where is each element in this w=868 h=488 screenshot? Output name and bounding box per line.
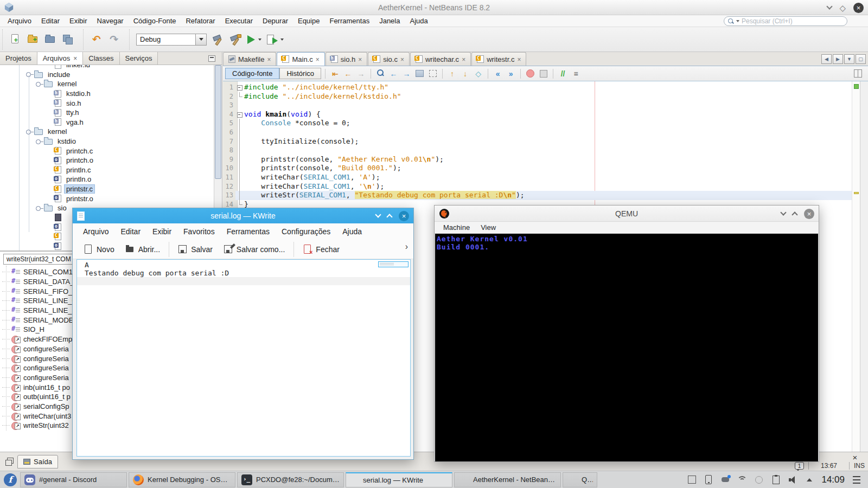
open-project-button[interactable] (44, 33, 57, 46)
tree-item[interactable]: printch.c (0, 146, 214, 156)
fold-marker[interactable] (235, 101, 244, 110)
expand-handle-icon[interactable] (44, 214, 54, 221)
menu-item[interactable]: Exibir (65, 16, 92, 26)
user-status-icon[interactable] (754, 475, 764, 485)
fold-marker[interactable] (235, 173, 244, 182)
close-icon[interactable]: × (804, 209, 814, 219)
close-tab-icon[interactable]: × (73, 55, 77, 62)
line-number[interactable]: 1 (223, 83, 235, 92)
restore-window-icon[interactable] (5, 458, 14, 465)
menu-item[interactable]: Arquivo (77, 227, 114, 236)
fold-marker[interactable] (235, 182, 244, 191)
menu-item[interactable]: Ajuda (405, 16, 432, 26)
line-number[interactable]: 9 (223, 155, 235, 164)
volume-icon[interactable] (788, 475, 797, 485)
line-number[interactable]: 11 (223, 173, 235, 182)
expand-handle-icon[interactable] (44, 223, 54, 231)
tree-item[interactable]: kernel (0, 127, 214, 137)
minimize-icon[interactable] (375, 211, 381, 217)
output-tab[interactable]: Saída (17, 455, 58, 468)
clean-build-button[interactable] (228, 33, 241, 46)
editor-tab[interactable]: Main.c (277, 52, 324, 66)
code-text[interactable]: #include "../include/kernel/tty.h" (244, 83, 868, 92)
expand-handle-icon[interactable] (35, 204, 44, 212)
split-editor-icon[interactable] (852, 68, 864, 79)
line-number[interactable]: 10 (223, 164, 235, 173)
kwrite-titlebar[interactable]: serial.log — KWrite × (73, 208, 413, 223)
expand-handle-icon[interactable] (44, 233, 54, 240)
fold-marker[interactable] (235, 92, 244, 101)
code-text[interactable]: ttyInitialize(console); (244, 137, 868, 146)
line-number[interactable]: 7 (223, 137, 235, 146)
qemu-display[interactable]: Aether Kernel v0.01Build 0001. (435, 234, 818, 461)
line-number[interactable]: 4 (223, 110, 235, 119)
fold-marker[interactable] (235, 164, 244, 173)
taskbar-button[interactable]: PCXDO@fe28:~/Docume... (237, 472, 344, 487)
tree-item[interactable]: linker.ld (0, 65, 214, 70)
discord-tray-icon[interactable] (720, 475, 730, 485)
view-toggle-button[interactable]: Código-fonte (225, 68, 279, 79)
code-line[interactable]: 1 #include "../include/kernel/tty.h" (223, 83, 868, 92)
menu-item[interactable]: Favoritos (177, 227, 221, 236)
explorer-tab[interactable]: Classes × (83, 52, 119, 65)
toggle-highlight-icon[interactable] (414, 68, 425, 79)
editor-scrollbar[interactable] (860, 81, 868, 452)
new-project-button[interactable] (27, 33, 40, 46)
close-tab-icon[interactable] (267, 55, 271, 63)
expand-handle-icon[interactable] (44, 147, 54, 155)
code-text[interactable] (244, 128, 868, 137)
menu-item[interactable]: Depurar (258, 16, 292, 26)
close-tab-icon[interactable] (358, 55, 362, 63)
code-line[interactable]: 13 writeStr(SERIAL_COM1, "Testando debug… (223, 191, 868, 200)
menu-item[interactable]: Ferramentas (221, 227, 276, 236)
line-number[interactable]: 6 (223, 128, 235, 137)
menu-item[interactable]: Machine (438, 223, 475, 232)
scroll-tabs-right-button[interactable]: ▶ (833, 54, 843, 64)
code-line[interactable]: 2 #include "../include/kernel/kstdio.h" (223, 92, 868, 101)
back-icon[interactable]: ← (342, 68, 354, 79)
breakpoint-icon[interactable] (525, 68, 536, 79)
tree-item[interactable]: printstr.c (0, 184, 214, 194)
maximize-icon[interactable] (792, 211, 797, 217)
code-text[interactable] (244, 146, 868, 155)
app-launcher-button[interactable]: f (2, 472, 18, 487)
tree-item[interactable]: tty.h (0, 108, 214, 118)
kdeconnect-icon[interactable] (704, 475, 713, 485)
occurrence-mark[interactable] (854, 192, 859, 194)
fold-marker[interactable] (235, 128, 244, 137)
scrollbar-thumb[interactable] (215, 65, 221, 179)
expand-tray-icon[interactable] (805, 475, 814, 485)
document-line[interactable]: A (77, 261, 410, 269)
tree-item[interactable]: printch.o (0, 156, 214, 165)
toggle-comment-icon[interactable]: // (557, 68, 569, 79)
minimap[interactable] (378, 261, 409, 267)
menu-item[interactable]: Refatorar (181, 16, 219, 26)
netbeans-titlebar[interactable]: AetherKernel - NetBeans IDE 8.2 ◇ × (0, 0, 868, 15)
tree-item[interactable]: printstr.o (0, 194, 214, 203)
wifi-icon[interactable] (737, 475, 747, 485)
minimize-icon[interactable] (827, 3, 833, 9)
clipboard-icon[interactable] (771, 475, 781, 485)
close-tab-icon[interactable] (400, 55, 404, 63)
close-tab-icon[interactable] (517, 55, 521, 63)
code-line[interactable]: 8 (223, 146, 868, 155)
notifications-badge[interactable]: 1 (795, 462, 804, 470)
tree-item[interactable]: include (0, 70, 214, 80)
maximize-icon[interactable]: ◇ (839, 4, 846, 12)
redo-button[interactable]: ↷ (107, 33, 120, 46)
menu-item[interactable]: Código-Fonte (129, 16, 181, 26)
line-number[interactable]: 3 (223, 101, 235, 110)
code-text[interactable] (244, 101, 868, 110)
fold-marker[interactable] (235, 146, 244, 155)
taskbar-button[interactable]: Kernel Debugging - OSDe... (129, 472, 235, 487)
previous-diff-icon[interactable]: « (492, 68, 503, 79)
explorer-tab[interactable]: Serviços × (120, 52, 158, 65)
previous-occurrence-icon[interactable]: ← (388, 68, 399, 79)
close-output-icon[interactable]: × (851, 453, 859, 462)
expand-handle-icon[interactable] (44, 65, 54, 69)
menu-item[interactable]: Exibir (146, 227, 177, 236)
line-number[interactable]: 13 (223, 191, 235, 200)
line-number[interactable]: 12 (223, 182, 235, 191)
maximize-editor-button[interactable]: ▢ (856, 54, 866, 64)
toolbar-button[interactable]: Salvar como... (218, 242, 290, 257)
